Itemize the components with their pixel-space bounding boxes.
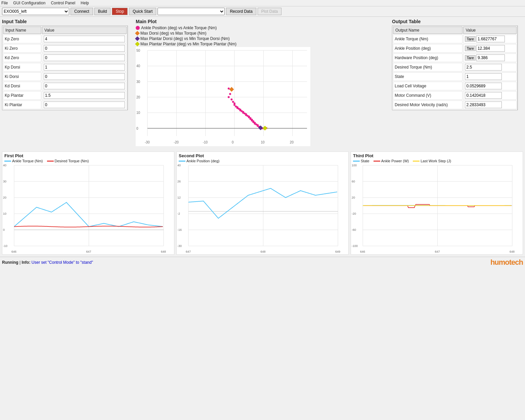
- legend-line-icon: [4, 161, 11, 162]
- stop-button[interactable]: Stop: [112, 8, 128, 15]
- output-value-field: [465, 83, 502, 89]
- legend-label: Max Plantar Dorsi (deg) vs Min Torque Do…: [140, 36, 230, 41]
- main-plot-legend-item: Max Dorsi (deg) vs Max Torque (Nm): [136, 31, 389, 36]
- status-text: Running | Info: User set "Control Mode" …: [2, 260, 93, 265]
- output-value-cell: Tare: [463, 53, 517, 62]
- legend-label: Ankle Torque (Nm): [12, 159, 43, 163]
- output-table-row: State: [393, 72, 517, 81]
- legend-label: Max Plantar Plantar (deg) vs Min Torque …: [140, 42, 236, 46]
- output-value-cell: [463, 91, 517, 100]
- input-value-cell[interactable]: [42, 44, 127, 53]
- output-value-field: [465, 64, 502, 71]
- first-plot-container: First Plot Ankle Torque (Nm) Desired Tor…: [2, 152, 174, 255]
- input-value-field[interactable]: [44, 101, 125, 108]
- input-value-cell[interactable]: [42, 53, 127, 62]
- input-value-cell[interactable]: [42, 91, 127, 100]
- record-data-button[interactable]: Record Data: [226, 8, 256, 15]
- third-plot-container: Third Plot State Ankle Power (W) Last Wo…: [351, 152, 523, 255]
- plot-data-button[interactable]: Plot Data: [258, 8, 281, 15]
- plot-legend-item: Last Work Step (J): [413, 159, 451, 163]
- input-name-cell: Kp Zero: [3, 35, 41, 43]
- tare-button[interactable]: Tare: [465, 36, 475, 42]
- input-table-row: Kp Dorsi: [3, 63, 127, 72]
- tare-button[interactable]: Tare: [465, 55, 475, 60]
- status-bar: Running | Info: User set "Control Mode" …: [0, 257, 525, 268]
- menu-help[interactable]: Help: [81, 1, 89, 5]
- input-value-cell[interactable]: [42, 35, 127, 43]
- input-value-field[interactable]: [44, 54, 125, 61]
- input-table-row: Kp Plantar: [3, 91, 127, 100]
- output-table-row: Ankle Position (deg) Tare: [393, 44, 517, 53]
- input-table-row: Ki Dorsi: [3, 72, 127, 81]
- input-col-value: Value: [42, 27, 127, 34]
- first-plot-title: First Plot: [2, 152, 174, 158]
- legend-label: Ankle Position (deg) vs Ankle Torque (Nm…: [141, 26, 217, 30]
- menu-gui-config[interactable]: GUI Configuration: [13, 1, 45, 5]
- output-value-cell: Tare: [463, 35, 517, 43]
- legend-label: Ankle Power (W): [381, 159, 409, 163]
- input-value-cell[interactable]: [42, 82, 127, 90]
- input-table-scroll[interactable]: Input Name Value Kp Zero Ki Zero Kd Zero…: [2, 26, 128, 110]
- output-value-cell: Tare: [463, 44, 517, 53]
- first-plot-canvas: [2, 164, 167, 254]
- legend-label: Last Work Step (J): [421, 159, 451, 163]
- plot-legend-item: Ankle Torque (Nm): [4, 159, 43, 163]
- output-table-row: Ankle Torque (Nm) Tare: [393, 35, 517, 43]
- plot-legend-item: Ankle Power (W): [374, 159, 409, 163]
- output-value-cell: [463, 82, 517, 90]
- output-name-cell: Desired Torque (Nm): [393, 63, 463, 72]
- output-table-row: Desired Torque (Nm): [393, 63, 517, 72]
- input-value-cell[interactable]: [42, 63, 127, 72]
- output-name-cell: State: [393, 72, 463, 81]
- menu-file[interactable]: File: [1, 1, 8, 5]
- legend-line-icon: [47, 161, 54, 162]
- input-value-field[interactable]: [44, 73, 125, 80]
- build-button[interactable]: Build: [94, 8, 111, 15]
- input-value-field[interactable]: [44, 92, 125, 99]
- legend-diamond-icon: [135, 42, 140, 46]
- output-value-field: [476, 54, 505, 61]
- input-value-field[interactable]: [44, 45, 125, 52]
- output-name-cell: Ankle Torque (Nm): [393, 35, 463, 43]
- output-value-field: [465, 101, 502, 108]
- output-table-scroll[interactable]: Output Name Value Ankle Torque (Nm) Tare…: [392, 26, 518, 110]
- main-plot-legend-item: Max Plantar Plantar (deg) vs Min Torque …: [136, 42, 389, 46]
- output-table-row: Hardware Position (deg) Tare: [393, 53, 517, 62]
- quick-start-button[interactable]: Quick Start: [129, 8, 156, 15]
- first-plot-legend: Ankle Torque (Nm) Desired Torque (Nm): [2, 158, 174, 164]
- input-table-title: Input Table: [2, 19, 133, 24]
- output-table-scrollbar: [518, 26, 523, 110]
- legend-diamond-icon: [135, 31, 140, 36]
- input-value-field[interactable]: [44, 83, 125, 89]
- tare-button[interactable]: Tare: [465, 46, 475, 51]
- device-select[interactable]: EXO005_left: [2, 8, 69, 15]
- legend-label: State: [361, 159, 369, 163]
- legend-label: Desired Torque (Nm): [55, 159, 89, 163]
- plot-legend-item: Ankle Position (deg): [179, 159, 219, 163]
- bottom-plots: First Plot Ankle Torque (Nm) Desired Tor…: [0, 150, 525, 257]
- legend-diamond-icon: [135, 36, 140, 41]
- output-value-field: [465, 73, 502, 80]
- input-value-field[interactable]: [44, 64, 125, 71]
- output-col-value: Value: [463, 27, 517, 34]
- third-plot-title: Third Plot: [351, 152, 523, 158]
- second-plot-container: Second Plot Ankle Position (deg): [176, 152, 349, 255]
- input-value-cell[interactable]: [42, 100, 127, 109]
- legend-circle-icon: [136, 26, 140, 30]
- legend-label: Max Dorsi (deg) vs Max Torque (Nm): [140, 31, 207, 36]
- menu-control-panel[interactable]: Control Panel: [51, 1, 75, 5]
- third-plot-canvas: [351, 164, 516, 254]
- input-value-field[interactable]: [44, 36, 125, 42]
- output-table-row: Desired Motor Velocity (rad/s): [393, 100, 517, 109]
- second-plot-canvas: [177, 164, 341, 254]
- output-table: Output Name Value Ankle Torque (Nm) Tare…: [392, 26, 518, 110]
- quick-start-select[interactable]: [158, 8, 225, 15]
- input-table-wrapper: Input Name Value Kp Zero Ki Zero Kd Zero…: [2, 26, 133, 110]
- connect-button[interactable]: Connect: [71, 8, 93, 15]
- main-plot-legend: Ankle Position (deg) vs Ankle Torque (Nm…: [136, 26, 389, 46]
- third-plot-legend: State Ankle Power (W) Last Work Step (J): [351, 158, 523, 164]
- legend-line-icon: [179, 161, 185, 162]
- output-table-row: Load Cell Voltage: [393, 82, 517, 90]
- input-name-cell: Kp Plantar: [3, 91, 41, 100]
- input-value-cell[interactable]: [42, 72, 127, 81]
